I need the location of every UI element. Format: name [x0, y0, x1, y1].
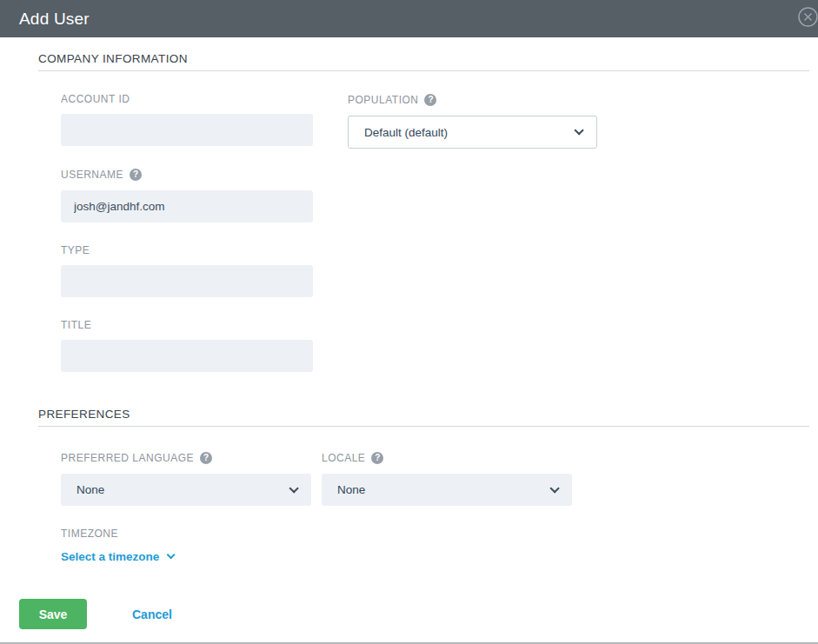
type-label: TYPE — [61, 245, 90, 256]
account-id-field-group: ACCOUNT ID — [61, 94, 313, 146]
population-label: POPULATION — [348, 95, 418, 105]
chevron-down-icon — [289, 483, 298, 493]
chevron-down-icon — [167, 550, 176, 559]
account-id-input[interactable] — [61, 114, 313, 146]
chevron-down-icon — [574, 125, 583, 135]
locale-selected-value: None — [337, 483, 365, 496]
modal-header: Add User — [0, 0, 818, 37]
title-input[interactable] — [61, 340, 313, 372]
population-help-icon[interactable]: ? — [424, 94, 436, 106]
timezone-select-link[interactable]: Select a timezone — [61, 550, 172, 563]
population-field-group: POPULATION ? Default (default) — [348, 94, 597, 149]
username-label: USERNAME — [61, 169, 123, 180]
timezone-field-group: TIMEZONE Select a timezone — [61, 528, 818, 564]
preferred-language-label: PREFERRED LANGUAGE — [61, 453, 194, 463]
footer-actions: Save Cancel — [19, 599, 818, 629]
locale-help-icon[interactable]: ? — [371, 452, 383, 464]
close-icon[interactable] — [798, 7, 818, 27]
section-heading-company-information: COMPANY INFORMATION — [38, 52, 809, 71]
preferred-language-dropdown[interactable]: None — [61, 474, 311, 506]
title-label: TITLE — [61, 320, 91, 330]
locale-label: LOCALE — [322, 453, 365, 463]
modal-title: Add User — [19, 10, 90, 29]
type-input[interactable] — [61, 265, 313, 297]
account-id-label: ACCOUNT ID — [61, 94, 130, 104]
title-field-group: TITLE — [61, 320, 313, 372]
type-field-group: TYPE — [61, 245, 313, 297]
timezone-label: TIMEZONE — [61, 528, 118, 539]
preferred-language-field-group: PREFERRED LANGUAGE ? None — [61, 452, 311, 506]
cancel-button[interactable]: Cancel — [132, 607, 172, 621]
username-help-icon[interactable]: ? — [130, 169, 142, 181]
locale-field-group: LOCALE ? None — [322, 452, 572, 506]
locale-dropdown[interactable]: None — [322, 474, 572, 506]
username-input[interactable] — [61, 190, 313, 222]
preferred-language-selected-value: None — [76, 483, 104, 496]
save-button[interactable]: Save — [19, 599, 87, 629]
preferred-language-help-icon[interactable]: ? — [200, 452, 212, 464]
population-selected-value: Default (default) — [364, 126, 448, 139]
chevron-down-icon — [549, 483, 559, 493]
username-field-group: USERNAME ? — [61, 169, 313, 222]
timezone-link-label: Select a timezone — [61, 550, 159, 563]
section-heading-preferences: PREFERENCES — [38, 408, 809, 427]
population-dropdown[interactable]: Default (default) — [348, 116, 597, 149]
